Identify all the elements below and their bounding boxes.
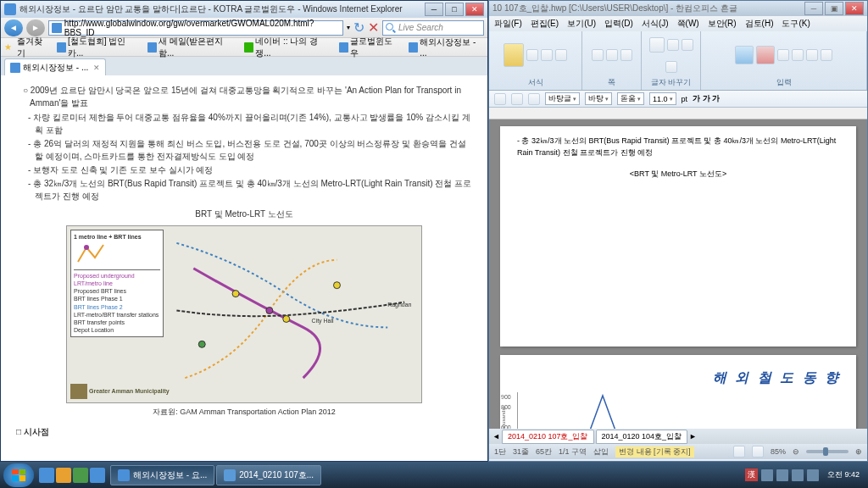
master-page-icon[interactable] (667, 39, 679, 51)
fav-item-1[interactable]: 새 메일(받은편지함... (145, 35, 236, 60)
refresh-icon[interactable]: ↻ (353, 19, 364, 36)
shape-icon[interactable] (777, 49, 789, 61)
ribbon-label: 글자 바꾸기 (645, 77, 697, 88)
transit-map: 1 metro line + BRT lines Proposed underg… (66, 225, 422, 403)
dropdown-icon[interactable]: ▾ (347, 24, 350, 31)
save-icon[interactable] (528, 93, 540, 105)
fav-item-2[interactable]: 네이버 :: 나의 경쟁... (242, 35, 331, 60)
table-icon[interactable] (735, 46, 754, 64)
svg-text:City Hall: City Hall (312, 318, 334, 324)
maximize-button[interactable]: ▣ (825, 2, 843, 15)
menu-edit[interactable]: 편집(E) (531, 18, 559, 30)
page-2[interactable]: 해 외 철 도 동 향 900 800 600 500 L (thousands… (500, 355, 856, 429)
font-face-dropdown[interactable]: 돋움 (617, 92, 644, 105)
quick-icon[interactable] (56, 468, 71, 483)
copy-format-icon[interactable] (526, 49, 538, 61)
bold-buttons[interactable]: 가 가 가 (693, 93, 720, 104)
tab-close-icon[interactable]: ✕ (93, 64, 100, 72)
favorites-label[interactable]: 즐겨찾기 (17, 36, 49, 59)
address-bar[interactable]: http://www.globalwindow.org/gw/overmarke… (48, 20, 343, 36)
zoom-out-button[interactable]: ⊖ (793, 447, 799, 456)
tab-active[interactable]: 해외시장정보 - ... ✕ (4, 58, 106, 75)
quick-icon[interactable] (73, 468, 88, 483)
fav-item-3[interactable]: 글로벌윈도우 (337, 35, 401, 60)
tab-nav-right[interactable]: ► (689, 432, 697, 441)
tray-lang[interactable]: 漢 (745, 469, 758, 481)
network-icon[interactable] (807, 469, 819, 481)
menu-view[interactable]: 보기(U) (567, 18, 596, 30)
minimize-button[interactable]: ─ (804, 2, 823, 15)
ruler[interactable] (489, 108, 867, 119)
zoom-in-button[interactable]: ⊕ (855, 447, 862, 456)
page-content[interactable]: ○ 2009년 요르단 암만시 당국은 앞으로 15년에 걸쳐 대중교통망을 획… (1, 75, 487, 444)
new-icon[interactable] (494, 93, 506, 105)
view-mode-icon-2[interactable] (752, 446, 764, 458)
fav-item-0[interactable]: [철도협회] 법인카... (54, 35, 140, 60)
fav-item-4[interactable]: 해외시장정보 - ... (406, 36, 484, 58)
column-icon[interactable] (682, 39, 693, 51)
back-button[interactable]: ◄ (4, 19, 23, 36)
maximize-button[interactable]: □ (445, 3, 464, 16)
bullet-2: ○ 요르단 통계청에 따르면, 2013년 암만의 인구는 약 222만 명이며… (19, 441, 472, 445)
document-area[interactable]: - 총 32㎞/3개 노선의 BRT(Bus Rapid Transit) 프로… (489, 119, 867, 429)
select-all-icon[interactable] (541, 49, 553, 61)
bullet-1: ○ 2009년 요르단 암만시 당국은 앞으로 15년에 걸쳐 대중교통망을 획… (19, 84, 472, 109)
tab-label: 해외시장정보 - ... (23, 62, 88, 74)
site-icon (52, 23, 62, 33)
close-button[interactable]: ✕ (845, 2, 864, 15)
tray-icon[interactable] (776, 469, 788, 481)
margin-icon[interactable] (649, 37, 665, 53)
dash-3: - 보행자 도로 신축 및 기존 도로 보수 실시가 예정 (23, 164, 472, 176)
clock[interactable]: 오전 9:42 (822, 471, 865, 480)
quick-icon[interactable] (90, 468, 105, 483)
volume-icon[interactable] (792, 469, 804, 481)
style-dropdown[interactable]: 바탕글 (545, 92, 580, 105)
menu-input[interactable]: 입력(D) (604, 18, 633, 30)
map-title: BRT 및 Metro-LRT 노선도 (16, 208, 472, 220)
font-family-dropdown[interactable]: 바탕 (585, 92, 612, 105)
chart-line-svg (518, 392, 840, 429)
task-hwp[interactable]: 2014_0210 107호... (216, 465, 321, 485)
menu-security[interactable]: 보안(R) (708, 18, 737, 30)
picture-icon[interactable] (792, 49, 804, 61)
menu-tools[interactable]: 도구(K) (782, 18, 810, 30)
view-mode-icon[interactable] (733, 446, 745, 458)
open-icon[interactable] (511, 93, 523, 105)
chart-icon[interactable] (756, 46, 775, 64)
font-size-dropdown[interactable]: 11.0 (649, 92, 676, 105)
paste-icon[interactable] (504, 43, 524, 67)
quick-icon[interactable] (39, 468, 54, 483)
para-format-icon[interactable] (606, 49, 618, 61)
menu-file[interactable]: 파일(F) (494, 18, 522, 30)
hwp-titlebar[interactable]: 10 107호_입찰.hwp [C:\Users\USER\Desktop\] … (489, 1, 867, 16)
fav-icon (409, 42, 418, 53)
menu-format[interactable]: 서식(J) (642, 18, 669, 30)
hwp-icon (224, 469, 236, 481)
menu-review[interactable]: 검토(H) (745, 18, 774, 30)
ribbon: 서식 쪽 글자 바꾸기 (489, 31, 867, 91)
forward-button[interactable]: ► (26, 19, 45, 36)
close-button[interactable]: ✕ (465, 3, 484, 16)
search-bar[interactable]: Live Search (382, 20, 484, 36)
ie-titlebar[interactable]: 해외시장정보 - 요르단 암만 교통을 말하다|요르단 - KOTRA 글로벌윈… (1, 1, 487, 18)
object-select-icon[interactable] (821, 49, 832, 61)
menu-page[interactable]: 쪽(W) (677, 18, 699, 30)
svg-point-1 (232, 291, 239, 297)
clear-marks-icon[interactable] (555, 49, 567, 61)
doc-tab-1[interactable]: 2014_0120 104호_입찰 (596, 430, 688, 444)
status-line: 31줄 (513, 446, 529, 458)
doc-tab-0[interactable]: 2014_0210 107호_입찰 (502, 430, 594, 444)
page-1[interactable]: - 총 32㎞/3개 노선의 BRT(Bus Rapid Transit) 프로… (500, 126, 856, 347)
drawing-icon[interactable] (806, 49, 818, 61)
start-button[interactable] (3, 463, 34, 487)
style-icon[interactable] (620, 49, 632, 61)
zoom-slider[interactable] (806, 450, 849, 453)
task-ie[interactable]: 해외시장정보 - 요... (110, 465, 214, 485)
favorites-star-icon[interactable]: ★ (4, 42, 12, 52)
tab-nav-left[interactable]: ◄ (492, 432, 500, 441)
minimize-button[interactable]: ─ (425, 3, 443, 16)
replace-icon[interactable] (665, 61, 677, 73)
char-format-icon[interactable] (592, 49, 604, 61)
stop-icon[interactable]: ✕ (368, 19, 379, 36)
tray-icon[interactable] (761, 469, 773, 481)
